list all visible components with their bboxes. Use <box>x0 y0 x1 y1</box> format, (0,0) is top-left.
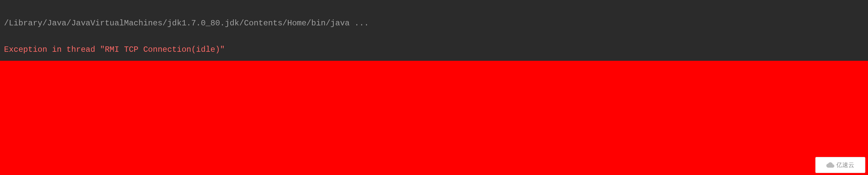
cloud-icon <box>826 161 834 169</box>
watermark-text: 亿速云 <box>836 161 854 169</box>
watermark: 亿速云 <box>815 157 865 173</box>
error-line: Exception in thread "RMI TCP Connection(… <box>4 45 864 54</box>
red-overlay <box>0 61 868 175</box>
command-line: /Library/Java/JavaVirtualMachines/jdk1.7… <box>4 19 864 28</box>
